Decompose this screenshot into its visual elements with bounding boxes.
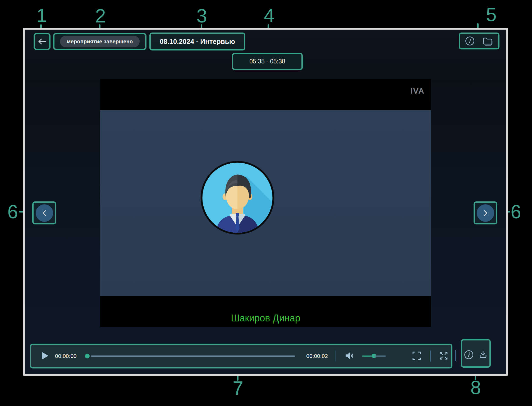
status-badge: мероприятие завершено — [60, 36, 140, 47]
callout-title: 08.10.2024 · Интервью — [149, 33, 245, 50]
player-bar: 00:00:00 00:00:02 — [30, 344, 452, 368]
progress-handle[interactable] — [85, 354, 90, 358]
annotation-number-4: 4 — [264, 6, 274, 25]
divider — [455, 350, 456, 361]
volume-button[interactable] — [345, 351, 354, 361]
annotation-number-1: 1 — [36, 6, 47, 25]
annotation-number-3: 3 — [196, 6, 207, 25]
files-button[interactable] — [482, 36, 494, 46]
prev-slide-button[interactable] — [36, 204, 53, 222]
back-button[interactable] — [37, 37, 47, 46]
time-range-label: 05:35 - 05:38 — [249, 58, 285, 65]
expand-icon — [439, 351, 449, 361]
callout-header-actions — [459, 33, 499, 49]
volume-icon — [345, 351, 354, 361]
play-icon — [42, 352, 49, 360]
meeting-title: 08.10.2024 · Интервью — [160, 38, 235, 46]
annotation-number-2: 2 — [95, 6, 106, 25]
play-button[interactable] — [42, 352, 49, 360]
iva-watermark: IVA — [410, 86, 425, 95]
fullscreen-button[interactable] — [412, 351, 422, 361]
current-time-label: 00:00:00 — [55, 345, 77, 367]
annotation-number-6-left: 6 — [7, 202, 18, 221]
annotation-number-8: 8 — [470, 378, 481, 397]
callout-next — [474, 201, 497, 224]
info-icon — [464, 349, 474, 360]
download-icon — [478, 349, 488, 360]
files-icon — [482, 36, 494, 46]
expand-button[interactable] — [439, 351, 449, 361]
progress-track[interactable] — [91, 356, 295, 357]
next-slide-button[interactable] — [477, 204, 494, 222]
chevron-right-icon — [481, 209, 489, 217]
chevron-left-icon — [40, 209, 48, 217]
volume-slider-track[interactable] — [374, 356, 386, 357]
participant-name-label: Шакиров Динар — [100, 313, 431, 324]
info-icon — [465, 36, 475, 46]
divider — [430, 350, 431, 362]
download-button[interactable] — [478, 349, 488, 360]
callout-status: мероприятие завершено — [53, 33, 146, 50]
callout-prev — [32, 201, 56, 224]
annotation-number-7: 7 — [233, 379, 243, 398]
callout-time-range: 05:35 - 05:38 — [232, 53, 303, 70]
total-time-label: 00:00:02 — [296, 345, 328, 367]
arrow-left-icon — [37, 37, 47, 46]
annotated-screenshot: 1 2 3 4 5 6 6 7 8 мероприятие завершено … — [0, 0, 532, 406]
video-surface: IVA — [100, 79, 431, 327]
recording-info-button[interactable] — [464, 349, 474, 360]
annotation-number-5: 5 — [486, 5, 497, 24]
info-button[interactable] — [465, 36, 475, 46]
fullscreen-icon — [412, 351, 422, 361]
annotation-number-6-right: 6 — [511, 202, 521, 221]
callout-back — [34, 33, 51, 50]
divider — [336, 350, 336, 362]
callout-side-controls — [461, 339, 491, 368]
participant-avatar — [200, 160, 275, 236]
